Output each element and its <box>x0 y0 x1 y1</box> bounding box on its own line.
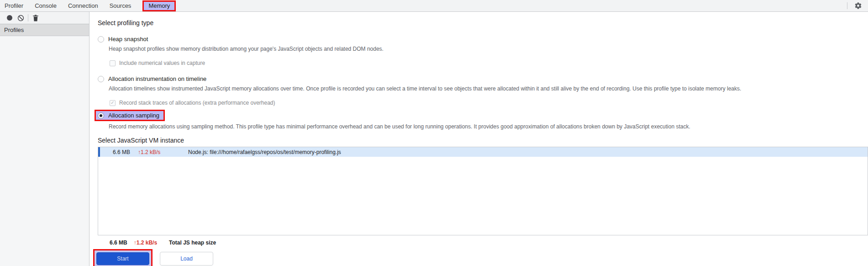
total-heap-size-label: Total JS heap size <box>169 239 216 246</box>
vm-target-name: Node.js: file:///home/rafaelgss/repos/os… <box>188 149 341 155</box>
gear-icon[interactable] <box>854 2 862 10</box>
profiling-option-allocation-sampling: Allocation sampling Record memory alloca… <box>98 106 868 130</box>
include-numerical-values-label[interactable]: Include numerical values in capture <box>119 60 205 66</box>
vm-instance-list: 6.6 MB ↑1.2 kB/s Node.js: file:///home/r… <box>98 147 868 235</box>
load-button[interactable]: Load <box>160 252 213 266</box>
total-heap-size-value: 6.6 MB <box>110 239 127 246</box>
record-circle-icon <box>6 15 13 21</box>
vm-instance-row[interactable]: 6.6 MB ↑1.2 kB/s Node.js: file:///home/r… <box>98 147 868 157</box>
tabbar-separator <box>847 2 847 9</box>
vm-heap-size: 6.6 MB <box>100 149 130 155</box>
memory-panel-main: Select profiling type Heap snapshot Heap… <box>89 12 868 266</box>
allocation-timeline-label[interactable]: Allocation instrumentation on timeline <box>108 75 206 82</box>
tab-connection[interactable]: Connection <box>68 2 98 9</box>
panel-tabbar: Profiler Console Connection Sources Memo… <box>0 0 868 12</box>
record-profile-button[interactable] <box>4 12 15 23</box>
include-numerical-values-checkbox[interactable] <box>110 60 116 66</box>
allocation-sampling-radio[interactable] <box>98 112 104 119</box>
profiling-option-heap-snapshot: Heap snapshot Heap snapshot profiles sho… <box>98 36 868 66</box>
allocation-sampling-annotation-box: Allocation sampling <box>95 110 165 121</box>
record-stack-traces-row: ✓ Record stack traces of allocations (ex… <box>110 100 868 106</box>
start-button[interactable]: Start <box>96 252 149 265</box>
block-icon <box>17 15 24 21</box>
heap-snapshot-label[interactable]: Heap snapshot <box>108 36 148 43</box>
tab-memory[interactable]: Memory <box>144 2 174 10</box>
allocation-timeline-description: Allocation timelines show instrumented J… <box>109 85 868 92</box>
record-stack-traces-checkbox[interactable]: ✓ <box>110 100 116 106</box>
record-stack-traces-label[interactable]: Record stack traces of allocations (extr… <box>119 100 275 106</box>
tab-console[interactable]: Console <box>35 2 57 9</box>
tab-sources[interactable]: Sources <box>110 2 132 9</box>
sidebar-item-profiles[interactable]: Profiles <box>0 24 89 36</box>
profiles-sidebar: Profiles <box>0 12 89 266</box>
heap-snapshot-radio[interactable] <box>98 36 104 43</box>
profiling-type-heading: Select profiling type <box>98 19 868 27</box>
tabbar-right-controls <box>847 2 868 10</box>
allocation-sampling-label[interactable]: Allocation sampling <box>108 112 159 119</box>
heap-snapshot-description: Heap snapshot profiles show memory distr… <box>109 46 868 53</box>
start-button-annotation-box: Start <box>93 249 153 266</box>
trash-icon <box>32 15 39 21</box>
profiles-toolbar <box>0 12 89 24</box>
clear-profiles-button[interactable] <box>15 12 26 23</box>
allocation-timeline-radio[interactable] <box>98 76 104 82</box>
tab-profiler[interactable]: Profiler <box>5 2 23 9</box>
toolbar-separator <box>28 14 28 21</box>
total-heap-rate-value: ↑1.2 kB/s <box>134 239 157 246</box>
allocation-sampling-description: Record memory allocations using sampling… <box>109 123 868 130</box>
vm-instance-heading: Select JavaScript VM instance <box>98 137 868 144</box>
vm-allocation-rate: ↑1.2 kB/s <box>138 149 177 155</box>
devtools-window: Profiler Console Connection Sources Memo… <box>0 0 868 266</box>
delete-profile-button[interactable] <box>30 12 41 23</box>
vm-summary-row: 6.6 MB ↑1.2 kB/s Total JS heap size <box>98 239 868 246</box>
actions-row: Start Load <box>98 249 868 266</box>
profiling-option-allocation-timeline: Allocation instrumentation on timeline A… <box>98 75 868 106</box>
memory-tab-annotation-box: Memory <box>142 0 176 11</box>
include-numerical-values-row: Include numerical values in capture <box>110 60 868 66</box>
